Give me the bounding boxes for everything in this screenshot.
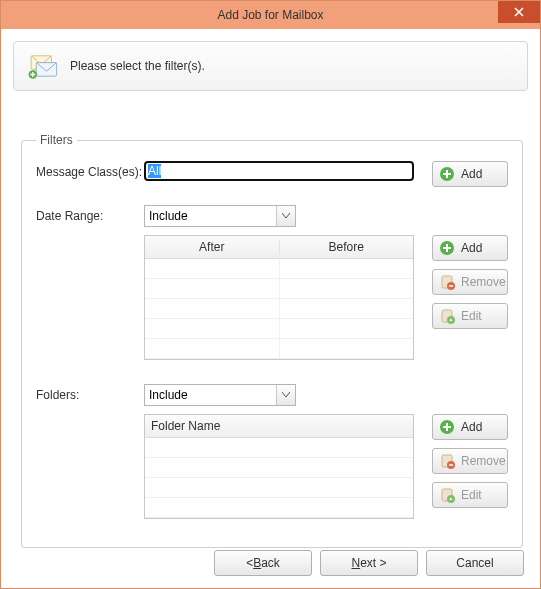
back-prefix: < [246,556,253,570]
cancel-label: Cancel [456,556,493,570]
date-range-row: Date Range: Include After [36,205,508,360]
add-label: Add [461,241,482,255]
instruction-banner: Please select the filter(s). [13,41,528,91]
date-range-header: After Before [145,236,413,259]
message-class-label: Message Class(es): [36,161,144,179]
folders-add-button[interactable]: Add [432,414,508,440]
date-range-edit-button[interactable]: Edit [432,303,508,329]
next-button[interactable]: Next > [320,550,418,576]
col-after: After [145,240,280,254]
add-label: Add [461,167,482,181]
dialog-window: Add Job for Mailbox Please select the fi… [0,0,541,589]
folders-remove-button[interactable]: Remove [432,448,508,474]
instruction-text: Please select the filter(s). [70,59,205,73]
message-class-input[interactable] [144,161,414,181]
folders-mode-select[interactable]: Include [144,384,296,406]
edit-icon [439,487,455,503]
titlebar: Add Job for Mailbox [1,1,540,29]
message-class-row: Message Class(es): Add [36,161,508,195]
back-mnemonic: B [253,556,261,570]
date-range-label: Date Range: [36,205,144,223]
add-icon [439,166,455,182]
mailbox-icon [26,52,60,80]
edit-label: Edit [461,488,482,502]
filters-legend: Filters [36,133,77,147]
edit-icon [439,308,455,324]
date-range-add-button[interactable]: Add [432,235,508,261]
folders-label: Folders: [36,384,144,402]
back-button[interactable]: < Back [214,550,312,576]
folders-table[interactable]: Folder Name [144,414,414,519]
add-icon [439,419,455,435]
date-range-table[interactable]: After Before [144,235,414,360]
next-mnemonic: N [351,556,360,570]
message-class-add-button[interactable]: Add [432,161,508,187]
col-before: Before [280,240,414,254]
close-icon [514,7,524,17]
content-area: Filters Message Class(es): Add Date Rang… [1,91,540,548]
date-range-mode-select[interactable]: Include [144,205,296,227]
folders-edit-button[interactable]: Edit [432,482,508,508]
filters-group: Filters Message Class(es): Add Date Rang… [21,133,523,548]
next-rest: ext > [360,556,386,570]
close-button[interactable] [498,1,540,23]
folders-header: Folder Name [145,415,413,438]
back-rest: ack [261,556,280,570]
edit-label: Edit [461,309,482,323]
remove-icon [439,453,455,469]
date-range-body [145,259,413,359]
add-label: Add [461,420,482,434]
cancel-button[interactable]: Cancel [426,550,524,576]
remove-icon [439,274,455,290]
col-folder-name: Folder Name [145,419,413,433]
folders-body [145,438,413,518]
folders-row: Folders: Include Folder Name [36,384,508,519]
wizard-footer: < Back Next > Cancel [214,550,524,576]
add-icon [439,240,455,256]
remove-label: Remove [461,454,506,468]
remove-label: Remove [461,275,506,289]
window-title: Add Job for Mailbox [1,8,540,22]
date-range-remove-button[interactable]: Remove [432,269,508,295]
